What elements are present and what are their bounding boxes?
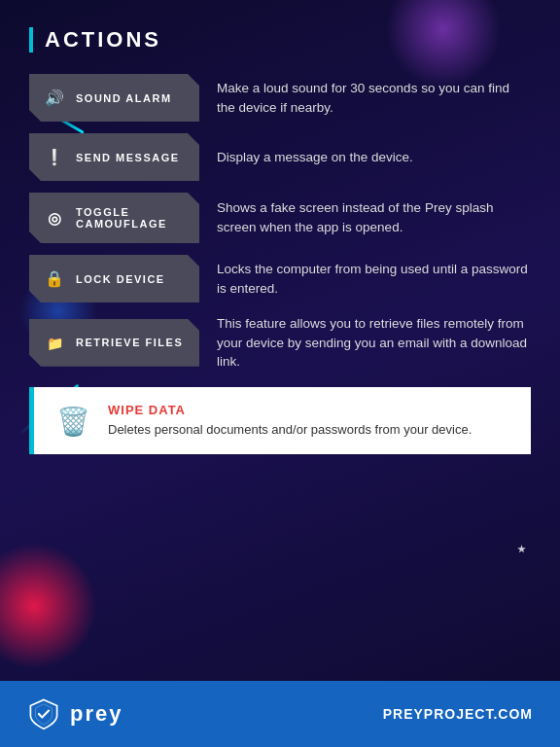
action-row-lock-device: LOCK DEVICE Locks the computer from bein… [29, 255, 531, 302]
sound-alarm-desc: Make a loud sound for 30 seconds so you … [217, 79, 531, 117]
footer: prey PREYPROJECT.COM [0, 681, 560, 747]
prey-url: PREYPROJECT.COM [383, 706, 533, 722]
actions-list: SOUND ALARM Make a loud sound for 30 sec… [29, 74, 531, 372]
camouflage-icon [45, 208, 66, 229]
send-message-desc: Display a message on the device. [217, 148, 531, 167]
lock-device-desc: Locks the computer from being used until… [217, 260, 531, 298]
prey-shield-icon [27, 697, 60, 730]
action-row-retrieve-files: RETRIEVE FILES This feature allows you t… [29, 314, 531, 372]
prey-brand-name: prey [70, 701, 122, 727]
lock-icon [45, 268, 66, 289]
page-title: ACTIONS [45, 27, 161, 53]
action-row-send-message: SEND MESSAGE Display a message on the de… [29, 133, 531, 181]
sound-alarm-button[interactable]: SOUND ALARM [29, 74, 199, 122]
message-icon [45, 147, 66, 167]
toggle-camouflage-label: TOGGLE CAMOUFLAGE [76, 206, 184, 230]
wipe-data-desc: Deletes personal documents and/or passwo… [108, 421, 472, 439]
wipe-data-box[interactable]: WIPE DATA Deletes personal documents and… [29, 387, 531, 454]
send-message-button[interactable]: SEND MESSAGE [29, 133, 199, 181]
page-title-area: ACTIONS [29, 27, 531, 53]
retrieve-files-desc: This feature allows you to retrieve file… [217, 314, 531, 372]
action-row-sound-alarm: SOUND ALARM Make a loud sound for 30 sec… [29, 74, 531, 122]
lock-device-label: LOCK DEVICE [76, 273, 165, 285]
wipe-data-text-area: WIPE DATA Deletes personal documents and… [108, 403, 472, 439]
retrieve-files-label: RETRIEVE FILES [76, 337, 183, 348]
lock-device-button[interactable]: LOCK DEVICE [29, 255, 199, 302]
trash-icon [53, 403, 92, 439]
wipe-data-title: WIPE DATA [108, 403, 472, 417]
files-icon [45, 333, 66, 353]
prey-logo: prey [27, 697, 122, 730]
send-message-label: SEND MESSAGE [76, 152, 180, 163]
sound-icon [45, 88, 66, 108]
toggle-camouflage-button[interactable]: TOGGLE CAMOUFLAGE [29, 193, 199, 243]
action-row-toggle-camouflage: TOGGLE CAMOUFLAGE Shows a fake screen in… [29, 193, 531, 243]
retrieve-files-button[interactable]: RETRIEVE FILES [29, 319, 199, 367]
toggle-camouflage-desc: Shows a fake screen instead of the Prey … [217, 198, 531, 236]
sound-alarm-label: SOUND ALARM [76, 92, 172, 104]
